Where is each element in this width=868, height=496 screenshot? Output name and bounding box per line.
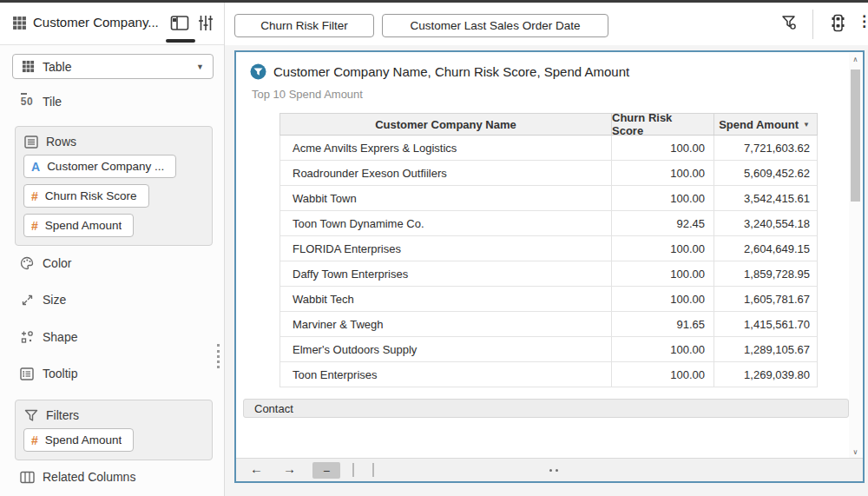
number-attribute-icon: # (31, 219, 38, 233)
chevron-down-icon: ▼ (196, 63, 204, 71)
selected-visualization-frame[interactable]: Customer Company Name, Churn Risk Score,… (234, 50, 865, 483)
sidebar-item-tile[interactable]: 50 Tile (0, 91, 224, 112)
cell-customer-company-name[interactable]: Marviner & Twegh (280, 312, 612, 336)
sidebar-item-color[interactable]: Color (0, 253, 224, 274)
cell-spend-amount[interactable]: 2,604,649.15 (714, 236, 817, 261)
cell-spend-amount[interactable]: 3,542,415.61 (714, 186, 817, 210)
table-grid-icon (12, 16, 27, 30)
cell-customer-company-name[interactable]: Toon Town Dynamime Co. (280, 211, 612, 235)
column-header-label: Customer Company Name (375, 118, 516, 131)
sidebar-item-tooltip[interactable]: Tooltip (0, 363, 224, 384)
cell-customer-company-name[interactable]: Toon Enterprises (280, 362, 612, 387)
filter-pill-label: Churn Risk Filter (260, 19, 348, 32)
cell-spend-amount[interactable]: 1,269,039.80 (714, 362, 817, 387)
column-header-churn-risk-score[interactable]: Churn Risk Score (612, 114, 714, 135)
properties-sliders-tab-icon[interactable] (198, 15, 214, 31)
table-row[interactable]: Elmer's Outdoors Supply 100.00 1,289,105… (280, 337, 817, 362)
table-row[interactable]: Wabbit Tech 100.00 1,605,781.67 (280, 287, 817, 312)
panel-drag-handle[interactable] (549, 469, 562, 472)
cell-churn-risk-score[interactable]: 91.65 (612, 312, 714, 336)
cell-spend-amount[interactable]: 1,415,561.70 (714, 312, 817, 336)
cell-churn-risk-score[interactable]: 100.00 (612, 287, 714, 311)
canvas-tab-button[interactable]: − (312, 462, 340, 479)
cell-churn-risk-score[interactable]: 100.00 (612, 161, 714, 185)
cell-churn-risk-score[interactable]: 92.45 (612, 211, 714, 235)
cell-churn-risk-score[interactable]: 100.00 (612, 337, 714, 361)
table-row[interactable]: Marviner & Twegh 91.65 1,415,561.70 (280, 312, 817, 337)
table-row[interactable]: FLORIDA Enterprises 100.00 2,604,649.15 (280, 236, 817, 261)
cell-customer-company-name[interactable]: Wabbit Tech (280, 287, 612, 311)
cell-customer-company-name[interactable]: Acme Anvilts Exprers & Logistics (280, 136, 612, 160)
table-row[interactable]: Toon Enterprises 100.00 1,269,039.80 (280, 362, 817, 387)
rows-pill-stack: A Customer Company ... # Churn Risk Scor… (16, 149, 212, 245)
filter-funnel-icon[interactable] (781, 14, 798, 31)
field-pill-churn-risk-score[interactable]: # Churn Risk Score (23, 184, 149, 208)
filter-pill-last-sales-order-date[interactable]: Customer Last Sales Order Date (382, 14, 608, 37)
forward-arrow-icon[interactable]: → (283, 461, 296, 476)
shape-icon (19, 330, 35, 344)
cell-customer-company-name[interactable]: Elmer's Outdoors Supply (280, 337, 612, 361)
field-pill-label: Spend Amount (45, 219, 122, 232)
vertical-scrollbar[interactable]: ∧ ∨ (849, 53, 862, 459)
drop-target-label: Shape (43, 330, 77, 344)
data-table: Customer Company Name Churn Risk Score S… (279, 113, 818, 387)
table-row[interactable]: Wabbit Town 100.00 3,542,415.61 (280, 186, 817, 211)
viz-type-dropdown[interactable]: Table ▼ (12, 54, 214, 79)
viz-title-row: Customer Company Name, Churn Risk Score,… (250, 63, 629, 80)
sort-descending-icon: ▼ (803, 121, 810, 129)
cell-churn-risk-score[interactable]: 100.00 (612, 236, 714, 261)
scroll-up-icon[interactable]: ∧ (849, 53, 862, 66)
filter-pill-churn-risk[interactable]: Churn Risk Filter (234, 14, 374, 37)
column-header-customer-company-name[interactable]: Customer Company Name (280, 114, 612, 135)
sidebar-item-shape[interactable]: Shape (0, 327, 224, 347)
cell-churn-risk-score[interactable]: 100.00 (612, 186, 714, 210)
cell-spend-amount[interactable]: 1,605,781.67 (714, 287, 817, 311)
viz-subtitle-text: Top 10 Spend Amount (252, 88, 363, 101)
sidebar-item-related-columns[interactable]: Related Columns (0, 466, 224, 487)
scroll-down-icon[interactable]: ∨ (849, 446, 862, 459)
grammar-panel-tab-icon[interactable] (170, 15, 189, 31)
filter-field-pill-spend-amount[interactable]: # Spend Amount (23, 428, 134, 452)
cell-spend-amount[interactable]: 5,609,452.62 (714, 161, 817, 185)
tooltip-list-icon (19, 367, 35, 380)
filters-drop-zone[interactable]: Filters # Spend Amount (15, 400, 213, 460)
cell-customer-company-name[interactable]: Wabbit Town (280, 186, 612, 210)
related-columns-icon (19, 471, 35, 484)
back-arrow-icon[interactable]: ← (250, 461, 263, 476)
canvas-settings-icon[interactable] (831, 14, 845, 32)
header-divider (812, 10, 813, 39)
cell-spend-amount[interactable]: 3,240,554.18 (714, 211, 817, 235)
toolbar-separator (372, 463, 374, 477)
column-header-spend-amount[interactable]: Spend Amount ▼ (714, 114, 817, 135)
panel-resize-grip[interactable] (217, 344, 220, 368)
color-palette-icon (19, 256, 35, 270)
canvas-bottom-toolbar: ← → − (236, 458, 863, 481)
cell-churn-risk-score[interactable]: 100.00 (612, 261, 714, 286)
sidebar-item-size[interactable]: Size (0, 289, 224, 310)
field-pill-customer-company[interactable]: A Customer Company ... (23, 155, 176, 178)
more-options-kebab-icon[interactable]: ⋮ (857, 12, 868, 30)
cell-customer-company-name[interactable]: FLORIDA Enterprises (280, 236, 612, 261)
related-columns-label: Related Columns (43, 470, 135, 484)
cell-customer-company-name[interactable]: Daffy Town Enterprises (280, 261, 612, 286)
drop-target-label: Tooltip (43, 367, 77, 380)
filters-header: Filters (16, 400, 212, 422)
cell-spend-amount[interactable]: 1,859,728.95 (714, 261, 817, 286)
field-pill-spend-amount[interactable]: # Spend Amount (23, 214, 134, 237)
cell-churn-risk-score[interactable]: 100.00 (612, 136, 714, 160)
table-row[interactable]: Daffy Town Enterprises 100.00 1,859,728.… (280, 261, 817, 287)
table-row[interactable]: Toon Town Dynamime Co. 92.45 3,240,554.1… (280, 211, 817, 236)
cell-customer-company-name[interactable]: Roadrounder Exeson Outfiilers (280, 161, 612, 185)
rows-drop-zone[interactable]: Rows A Customer Company ... # Churn Risk… (15, 126, 213, 246)
filters-pill-stack: # Spend Amount (16, 422, 212, 460)
cell-spend-amount[interactable]: 7,721,603.62 (714, 136, 817, 160)
rows-icon (24, 136, 38, 149)
scrollbar-thumb[interactable] (851, 69, 860, 202)
contact-section-bar[interactable]: Contact (243, 399, 849, 418)
cell-spend-amount[interactable]: 1,289,105.67 (714, 337, 817, 361)
cell-churn-risk-score[interactable]: 100.00 (612, 362, 714, 387)
table-row[interactable]: Roadrounder Exeson Outfiilers 100.00 5,6… (280, 161, 817, 186)
contact-section-label: Contact (254, 402, 293, 415)
number-attribute-icon: # (31, 433, 38, 447)
table-row[interactable]: Acme Anvilts Exprers & Logistics 100.00 … (280, 136, 817, 161)
